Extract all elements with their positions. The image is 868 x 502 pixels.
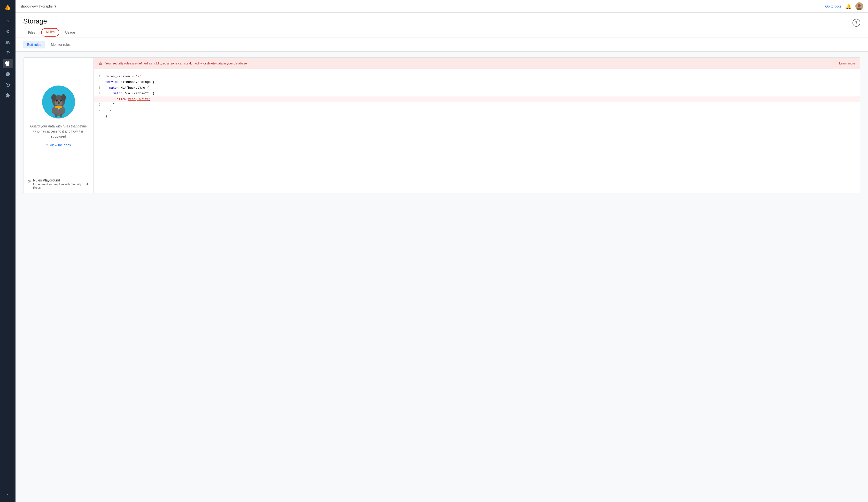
firebase-logo[interactable]: [3, 3, 12, 12]
page-title: Storage: [23, 18, 47, 25]
chevron-up-icon: ▲: [85, 182, 90, 186]
svg-point-17: [58, 107, 60, 110]
warning-icon: ⚠: [99, 61, 102, 66]
rules-sidebar-description: Guard your data with rules that define w…: [29, 124, 88, 139]
page-header: Storage ? Files Rules Usage: [16, 13, 868, 38]
code-line-2: 2 service firebase.storage {: [94, 79, 860, 85]
sidebar-collapse-button[interactable]: ‹: [3, 489, 13, 499]
tab-rules[interactable]: Rules: [41, 28, 60, 37]
go-to-docs-link[interactable]: Go to docs: [825, 4, 841, 8]
tab-usage[interactable]: Usage: [60, 28, 80, 38]
sidebar-item-storage[interactable]: [3, 59, 13, 68]
warning-banner: ⚠ Your security rules are defined as pub…: [94, 58, 860, 69]
notifications-icon[interactable]: 🔔: [846, 3, 851, 9]
svg-rect-19: [60, 114, 62, 117]
rules-playground-icon: ⚖: [27, 179, 31, 183]
svg-point-8: [51, 94, 56, 101]
rules-sidebar: Guard your data with rules that define w…: [23, 58, 94, 193]
sidebar-item-extensions[interactable]: [3, 91, 13, 100]
project-selector[interactable]: shopping-with-graphs ▾: [20, 4, 56, 9]
rules-playground-subtitle: Experiment and explore with Security Rul…: [33, 183, 85, 189]
code-line-1: 1 rules_version = '2';: [94, 74, 860, 79]
rules-playground-title: Rules Playground: [33, 178, 85, 182]
sub-tabs-bar: Edit rules Monitor rules: [16, 38, 868, 52]
sidebar-item-hosting[interactable]: [3, 48, 13, 58]
sidebar-item-settings[interactable]: ⚙: [3, 27, 13, 36]
project-name: shopping-with-graphs: [20, 4, 53, 8]
svg-point-9: [61, 94, 66, 101]
main-wrapper: shopping-with-graphs ▾ Go to docs 🔔 Stor…: [16, 0, 868, 502]
tabs: Files Rules Usage: [23, 28, 860, 38]
rules-sidebar-illustration: Guard your data with rules that define w…: [23, 58, 93, 175]
code-line-8: 8 }: [94, 113, 860, 119]
sidebar-item-home[interactable]: ⌂: [3, 16, 13, 26]
dog-illustration: [42, 85, 75, 119]
sub-tab-monitor-rules[interactable]: Monitor rules: [47, 41, 74, 49]
code-block[interactable]: 1 rules_version = '2'; 2 service firebas…: [94, 69, 860, 193]
sidebar-item-ml[interactable]: [3, 80, 13, 90]
code-line-7: 7 }: [94, 107, 860, 113]
sub-tab-edit-rules[interactable]: Edit rules: [23, 41, 45, 49]
code-line-6: 6 }: [94, 102, 860, 107]
project-dropdown-icon[interactable]: ▾: [54, 4, 56, 9]
topbar-right: Go to docs 🔔: [825, 2, 863, 10]
topbar: shopping-with-graphs ▾ Go to docs 🔔: [16, 0, 868, 13]
docs-icon: ≡: [46, 143, 48, 147]
view-docs-link[interactable]: ≡ View the docs: [46, 143, 71, 147]
svg-point-3: [858, 4, 861, 7]
user-avatar[interactable]: [855, 2, 863, 10]
svg-point-13: [57, 100, 58, 101]
rules-panel: Guard your data with rules that define w…: [23, 58, 860, 193]
svg-point-11: [56, 100, 58, 102]
rules-playground-section[interactable]: ⚖ Rules Playground Experiment and explor…: [23, 175, 93, 193]
warning-text: Your security rules are defined as publi…: [105, 62, 836, 65]
code-line-4: 4 match /{allPaths=**} {: [94, 91, 860, 96]
svg-rect-18: [55, 114, 58, 117]
sidebar-item-users[interactable]: [3, 37, 13, 47]
svg-point-12: [60, 100, 62, 102]
svg-point-14: [61, 100, 61, 101]
sidebar-item-functions[interactable]: [3, 69, 13, 79]
code-line-5: 5 allow read, write;: [94, 96, 860, 102]
code-line-3: 3 match /b/{bucket}/o {: [94, 85, 860, 91]
svg-point-1: [7, 84, 9, 85]
help-icon[interactable]: ?: [852, 19, 860, 27]
content-area: Storage ? Files Rules Usage Edit rules M…: [16, 13, 868, 502]
sidebar: ⌂ ⚙ ‹: [0, 0, 16, 502]
learn-more-link[interactable]: Learn more: [839, 62, 855, 65]
main-content: Guard your data with rules that define w…: [16, 52, 868, 502]
code-editor-area: ⚠ Your security rules are defined as pub…: [94, 58, 860, 193]
tab-files[interactable]: Files: [23, 28, 40, 38]
svg-point-15: [58, 102, 60, 103]
